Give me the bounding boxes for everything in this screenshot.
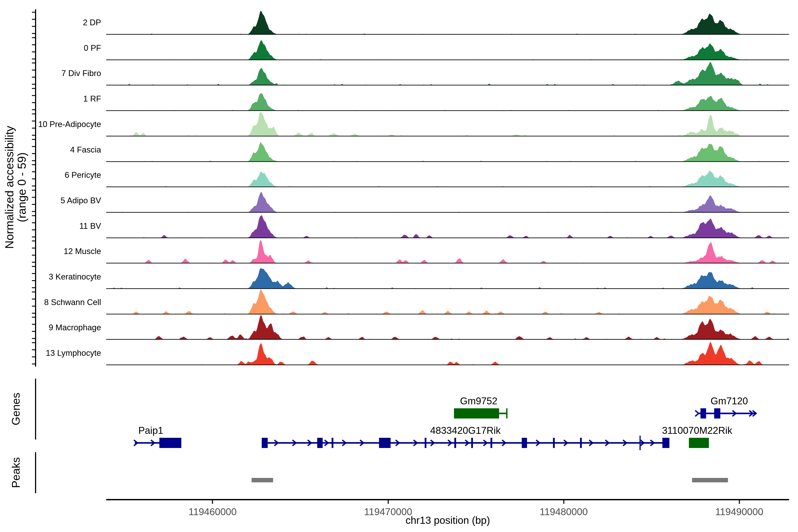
- x-axis-tick-label: 119490000: [704, 506, 775, 517]
- x-axis-line: [106, 499, 789, 500]
- x-axis-tick: [739, 500, 740, 504]
- genes-svg: [0, 0, 798, 532]
- x-axis-tick: [388, 500, 389, 504]
- x-axis-tick-label: 119460000: [177, 506, 248, 517]
- gene-label: Paip1: [138, 425, 164, 436]
- x-axis-tick: [563, 500, 564, 504]
- gene-label: 4833420G17Rik: [430, 425, 500, 436]
- x-axis-tick-label: 119480000: [528, 506, 599, 517]
- gene-label: Gm7120: [711, 396, 748, 406]
- peak-region-bar: [692, 478, 728, 482]
- genome-browser-figure: Normalized accessibility (range 0 - 59) …: [0, 0, 798, 532]
- x-axis-tick: [212, 500, 213, 504]
- x-axis-title: chr13 position (bp): [406, 514, 490, 526]
- gene-label: 3110070M22Rik: [662, 425, 732, 436]
- peak-region-bar: [252, 478, 273, 482]
- gene-label: Gm9752: [460, 396, 497, 406]
